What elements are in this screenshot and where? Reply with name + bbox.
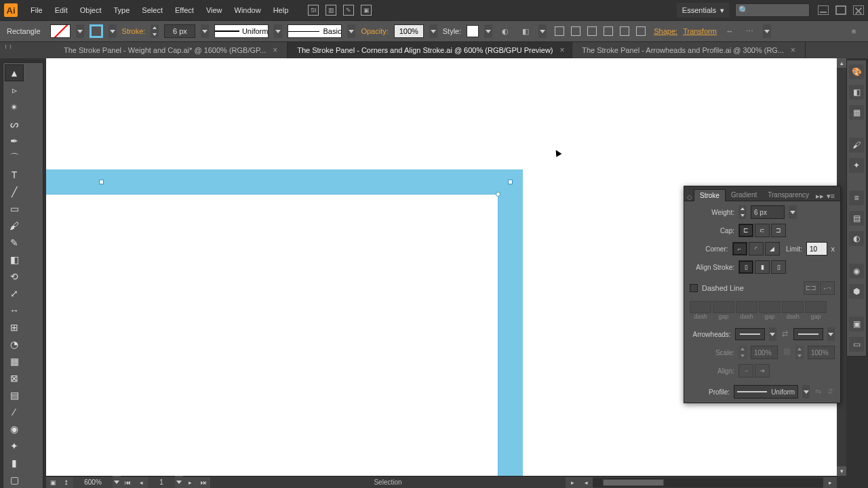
rectangle-tool[interactable]: ▭ [5,200,24,217]
cap-butt-button[interactable]: ⊏ [738,224,753,237]
flip-along-icon[interactable]: ⇋ [814,387,823,396]
nav-next-button[interactable]: ▸ [183,477,197,488]
zoom-dropdown[interactable] [113,476,121,489]
corner-bevel-button[interactable]: ◢ [765,242,780,256]
arrowhead-end-select[interactable] [793,328,823,340]
menu-window[interactable]: Window [229,6,267,14]
scale-tool[interactable]: ⤢ [5,285,24,302]
panel-link-icon[interactable]: ◇ [687,193,692,201]
align-stroke-outside-button[interactable]: ▯ [771,260,786,274]
layers-icon[interactable]: ▣ [849,317,864,331]
shape-builder-tool[interactable]: ◔ [5,336,24,352]
scroll-up-arrow[interactable]: ▴ [837,58,846,68]
menu-object[interactable]: Object [74,6,108,14]
link-scale-icon[interactable]: ⛓ [782,348,791,357]
gap-input[interactable] [713,301,734,313]
weight-input[interactable]: 6 px [751,205,785,219]
dash-input[interactable] [782,301,804,313]
arrow-align-tip[interactable]: ⇥ [755,364,770,378]
hscroll-left[interactable]: ◂ [579,477,593,488]
align-stroke-inside-button[interactable]: ▮ [755,260,770,274]
color-panel-icon[interactable]: 🎨 [849,64,864,79]
dash-align-corners[interactable]: ⌐¬ [820,281,835,295]
arrowhead-end-dropdown[interactable] [827,327,835,341]
scale-start-input[interactable]: 100% [751,346,778,359]
graphic-styles-icon[interactable]: ⬢ [849,284,864,299]
hscroll-track[interactable] [593,478,823,487]
weight-dropdown[interactable] [789,205,797,219]
artboard-tool[interactable]: ▢ [5,471,24,488]
align-right-icon[interactable] [585,24,599,39]
bridge-icon[interactable]: ✎ [343,5,354,16]
scale-end-stepper[interactable] [795,346,804,359]
menu-type[interactable]: Type [108,6,136,14]
nav-last-button[interactable]: ⏭ [197,477,210,488]
menu-effect[interactable]: Effect [169,6,200,14]
cap-round-button[interactable]: ⊂ [755,224,770,237]
close-icon[interactable]: × [560,45,565,55]
opacity-dropdown[interactable] [429,24,437,38]
stroke-swatch[interactable] [90,24,103,38]
nav-first-button[interactable]: ⏮ [121,477,134,488]
collapse-icon[interactable]: ▸▸ [816,192,824,201]
align-middle-icon[interactable] [617,24,632,39]
gradient-panel-icon[interactable]: ▤ [849,211,864,226]
menu-file[interactable]: File [24,6,49,14]
limit-input[interactable]: 10 [806,242,827,256]
recolor-icon[interactable]: ◐ [498,24,513,39]
hscroll-thumb[interactable] [603,479,664,486]
opacity-label[interactable]: Opacity: [361,27,388,35]
document-tab[interactable]: The Stroke Panel - Arrowheads and Profil… [572,42,806,58]
curvature-tool[interactable]: ⌒ [5,149,24,166]
isolate-icon[interactable]: ◧ [518,24,533,39]
stroke-weight-stepper[interactable] [151,24,159,38]
align-left-icon[interactable] [552,24,567,39]
status-menu-button[interactable]: ▸ [566,477,579,488]
free-transform-tool[interactable]: ⊞ [5,319,24,336]
scale-start-stepper[interactable] [738,346,747,359]
panel-tab-stroke[interactable]: Stroke [694,189,726,201]
symbol-sprayer-tool[interactable]: ✦ [5,437,24,454]
fill-swatch[interactable] [50,24,71,38]
opacity-input[interactable]: 100% [394,24,424,38]
type-tool[interactable]: T [5,166,24,183]
corner-widget[interactable] [496,192,500,197]
align-stroke-center-button[interactable]: ▯ [738,260,753,274]
brush-definition[interactable]: Basic [288,24,342,38]
transparency-panel-icon[interactable]: ◐ [849,231,864,246]
dashed-line-checkbox[interactable] [690,284,698,292]
maximize-button[interactable] [835,5,846,15]
perspective-tool[interactable]: ▦ [5,352,24,369]
close-button[interactable] [853,5,864,15]
selection-handle[interactable] [99,180,104,184]
scroll-down-arrow[interactable]: ▾ [837,466,846,476]
menu-edit[interactable]: Edit [49,6,74,14]
workspace-switcher[interactable]: Essentials ▾ [677,3,730,18]
profile-dropdown[interactable] [802,385,810,399]
cap-projecting-button[interactable]: ⊐ [771,224,786,237]
align-bottom-icon[interactable] [633,24,648,39]
stock-icon[interactable]: ▣ [361,5,372,16]
nav-prev-button[interactable]: ◂ [134,477,148,488]
first-artboard-button[interactable]: ▣ [46,477,60,488]
weight-stepper[interactable] [738,205,747,219]
width-tool[interactable]: ↔ [5,302,24,319]
magic-wand-tool[interactable]: ✴ [5,98,24,115]
corner-round-button[interactable]: ◜ [749,242,764,256]
dash-input[interactable] [690,301,711,313]
line-tool[interactable]: ╱ [5,183,24,200]
artboard-number-input[interactable]: 1 [148,477,175,488]
more-icon[interactable]: ⋯ [743,24,757,39]
corner-miter-button[interactable]: ⌐ [732,242,747,256]
minimize-button[interactable] [818,5,829,15]
dash-align-preserve[interactable]: ⊏⊐ [804,281,818,295]
zoom-level-input[interactable]: 600% [73,477,113,488]
pencil-tool[interactable]: ✎ [5,234,24,251]
direct-selection-tool[interactable]: ▹ [5,81,24,98]
rotate-tool[interactable]: ⟲ [5,268,24,285]
shape-link[interactable]: Shape: [654,27,677,35]
gap-input[interactable] [759,301,781,313]
stroke-weight-label[interactable]: Stroke: [122,27,146,35]
transform-link[interactable]: Transform [683,27,717,35]
document-tab[interactable]: The Stroke Panel - Corners and Align Str… [288,42,572,58]
